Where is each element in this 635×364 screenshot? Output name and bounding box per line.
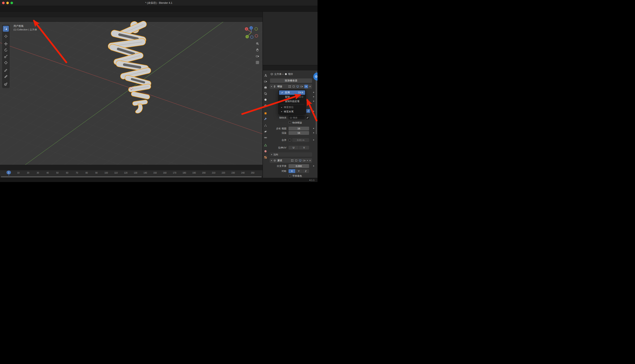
measure-tool[interactable] [3,74,9,80]
skin-edit-cage-icon[interactable] [291,159,294,162]
screw-editmode-icon[interactable] [292,85,295,88]
screw-render-icon[interactable] [300,85,303,88]
pan-hand-icon[interactable] [256,48,259,52]
eyedropper-button[interactable] [306,116,309,120]
symmetry-z-button[interactable]: Z [302,169,309,173]
axis-object-placeholder: 物体 [293,116,298,119]
timeline-tick-label: 80 [82,170,92,176]
animate-dot[interactable] [313,111,314,112]
scale-tool[interactable] [3,54,9,59]
zoom-tool-icon[interactable] [256,42,259,46]
timeline-tick-label: 250 [248,170,258,176]
menu-item-move-to-first[interactable]: 移至首位 [279,105,305,110]
tab-object-data[interactable] [264,144,267,147]
ortho-grid-icon[interactable] [256,61,259,64]
animate-dot[interactable] [313,96,314,97]
tab-material[interactable] [264,150,267,153]
animate-dot[interactable] [313,92,314,93]
skin-collapse-icon[interactable] [271,160,272,161]
skin-render-icon[interactable] [303,159,306,162]
screw-extras-dropdown-button[interactable] [304,85,308,88]
camera-view-icon[interactable] [256,54,259,58]
symmetry-y-button[interactable]: Y [295,169,302,173]
screw-edit-cage-icon[interactable] [288,85,291,88]
apply-shortcut: Ctrl A [298,92,303,94]
breadcrumb-modifier[interactable]: 细分 [288,72,293,76]
animate-dot[interactable] [313,132,314,133]
normals-subpanel[interactable]: 法向 [270,152,312,157]
animate-dot[interactable] [313,128,314,129]
merge-checkbox[interactable] [289,139,291,141]
breadcrumb-modifier-icon [285,73,287,76]
tab-render[interactable] [264,80,267,83]
properties-scrollbar-thumb[interactable] [316,71,317,134]
tab-particles[interactable] [264,124,267,127]
merge-distance-field[interactable]: 0.01 m [292,138,309,142]
timeline-tick-label: 130 [131,170,140,176]
view-perspective-label: 用户透视 [14,24,24,28]
skin-extras-dropdown-icon[interactable] [307,160,308,161]
select-box-tool[interactable] [3,26,9,32]
skin-modifier-name[interactable]: 蒙皮 [277,159,290,162]
gizmo-z-neg-axis[interactable] [250,36,253,38]
skin-delete-icon[interactable]: × [309,159,311,162]
gizmo-x-neg-axis[interactable] [255,34,258,37]
steps-viewport-field[interactable]: 16 [289,127,309,130]
add-modifier-button[interactable]: 添加修改器 [270,78,312,83]
viewport-navigation-gizmo[interactable]: X Z Y [239,24,260,42]
screw-axis-z-button[interactable]: Z [306,109,310,113]
viewport-header: 物体模式 视图选择添加物体 全局 [0,12,263,17]
tab-physics[interactable] [264,130,267,133]
screw-modifier-header[interactable]: 螺旋 × [270,84,312,89]
steps-render-field[interactable]: 16 [289,131,309,135]
gizmo-y-neg-axis[interactable] [255,28,258,30]
stretch-u-button[interactable]: U [289,146,299,150]
screw-delete-icon[interactable]: × [309,85,311,88]
screw-realtime-icon[interactable] [296,85,299,88]
object-screw-checkbox[interactable] [289,121,291,124]
current-frame-marker[interactable]: 1 [7,171,11,174]
screw-modifier-name[interactable]: 螺旋 [277,85,287,88]
tab-texture[interactable] [264,156,267,159]
minimize-window-button[interactable] [6,2,9,4]
timeline-scrollbar-thumb[interactable] [1,176,262,178]
transform-tool[interactable] [3,60,9,66]
rotate-tool[interactable] [3,47,9,53]
tab-modifiers-active[interactable] [264,118,267,121]
skin-realtime-icon[interactable] [299,159,302,162]
tab-constraints[interactable] [264,136,267,140]
stretch-v-button[interactable]: V [299,146,309,150]
breadcrumb-object[interactable]: 立方体 [274,72,282,76]
move-tool[interactable] [3,41,9,47]
annotate-tool[interactable] [3,67,9,73]
tab-tool[interactable] [264,74,267,77]
animate-dot[interactable] [313,101,314,102]
zoom-window-button[interactable] [11,2,13,4]
window-title: * (未保存) - Blender 4.1 [0,0,317,6]
animate-dot[interactable] [313,140,314,140]
branch-smoothing-field[interactable]: 0.000 [289,164,309,168]
skin-modifier-header[interactable]: 蒙皮 × [270,158,312,163]
outliner: 搜索 场景集合 Collection 立方体 [263,12,317,65]
cursor-tool[interactable] [3,33,9,39]
menu-item-move-to-last[interactable]: 移至末尾 [279,110,305,114]
screw-mesh-object[interactable] [105,21,164,122]
tab-output[interactable] [264,86,267,89]
screw-collapse-icon[interactable] [271,86,272,87]
skin-editmode-icon[interactable] [295,159,298,162]
animate-dot[interactable] [313,166,314,166]
close-window-button[interactable] [2,2,5,4]
tab-view-layer[interactable] [264,92,267,96]
menu-item-copy-to-selected[interactable]: 复制到选定项 [279,99,305,104]
axis-object-field[interactable]: 物体 [289,116,305,120]
add-cube-tool[interactable] [3,81,9,87]
smooth-shade-checkbox[interactable] [289,175,291,177]
tab-scene[interactable] [264,98,267,102]
tab-world[interactable] [264,104,267,108]
menu-item-duplicate[interactable]: 复制 ⇧ Ctrl D [279,95,305,99]
toolbar [2,25,10,88]
tab-object[interactable] [264,112,267,115]
timeline-ruler[interactable]: 1020304050607080901001101201301401501601… [0,170,263,176]
symmetry-x-button[interactable]: X [289,169,295,173]
menu-item-apply[interactable]: 应用 Ctrl A [279,90,305,95]
